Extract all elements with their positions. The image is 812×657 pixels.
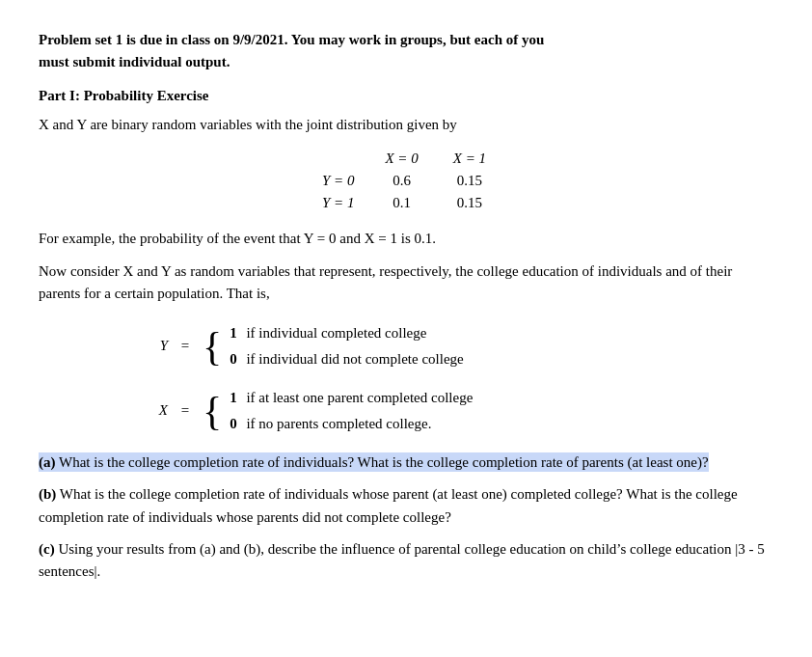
y-brace: {: [203, 326, 222, 367]
example-paragraph: For example, the probability of the even…: [39, 228, 773, 250]
y-eq: =: [177, 338, 193, 354]
row-label-y1: Y = 1: [309, 192, 367, 214]
question-a-label: (a): [39, 454, 56, 470]
question-b-label: (b): [39, 486, 56, 502]
question-c: (c) Using your results from (a) and (b),…: [39, 538, 773, 584]
y-lhs: Y: [154, 338, 168, 354]
x-brace: {: [203, 391, 222, 431]
joint-distribution-table: X = 0 X = 1 Y = 0 0.6 0.15 Y = 1 0.1 0.1…: [309, 148, 503, 214]
col-header-x0: X = 0: [367, 148, 435, 170]
y-definition: Y = { 1 if individual completed college …: [39, 322, 773, 370]
intro-paragraph: X and Y are binary random variables with…: [39, 114, 773, 136]
table-container: X = 0 X = 1 Y = 0 0.6 0.15 Y = 1 0.1 0.1…: [39, 148, 773, 214]
col-header-x1: X = 1: [436, 148, 503, 170]
question-a-highlight: (a) What is the college completion rate …: [39, 452, 709, 472]
cell-y0-x1: 0.15: [436, 170, 503, 192]
cell-y0-x0: 0.6: [367, 170, 435, 192]
question-c-label: (c): [39, 541, 55, 557]
y-case1: 1 if individual completed college: [230, 322, 464, 344]
piecewise-container: Y = { 1 if individual completed college …: [39, 322, 773, 434]
part1-title: Part I: Probability Exercise: [39, 88, 773, 104]
x-case1: 1 if at least one parent completed colle…: [230, 387, 473, 409]
cell-y1-x1: 0.15: [436, 192, 503, 214]
x-lhs: X: [154, 402, 168, 419]
x-case2: 0 if no parents completed college.: [230, 413, 473, 435]
y-cases: 1 if individual completed college 0 if i…: [230, 322, 464, 370]
y-case2: 0 if individual did not complete college: [230, 348, 464, 370]
now-consider-paragraph: Now consider X and Y as random variables…: [39, 260, 773, 306]
header-text: Problem set 1 is due in class on 9/9/202…: [39, 29, 773, 72]
header-line2: must submit individual output.: [39, 54, 230, 69]
cell-y1-x0: 0.1: [367, 192, 435, 214]
question-b: (b) What is the college completion rate …: [39, 483, 773, 529]
x-eq: =: [177, 402, 193, 419]
x-definition: X = { 1 if at least one parent completed…: [39, 387, 773, 434]
x-cases: 1 if at least one parent completed colle…: [230, 387, 473, 434]
question-a: (a) What is the college completion rate …: [39, 452, 773, 474]
row-label-y0: Y = 0: [309, 170, 367, 192]
header-line1: Problem set 1 is due in class on 9/9/202…: [39, 32, 544, 47]
